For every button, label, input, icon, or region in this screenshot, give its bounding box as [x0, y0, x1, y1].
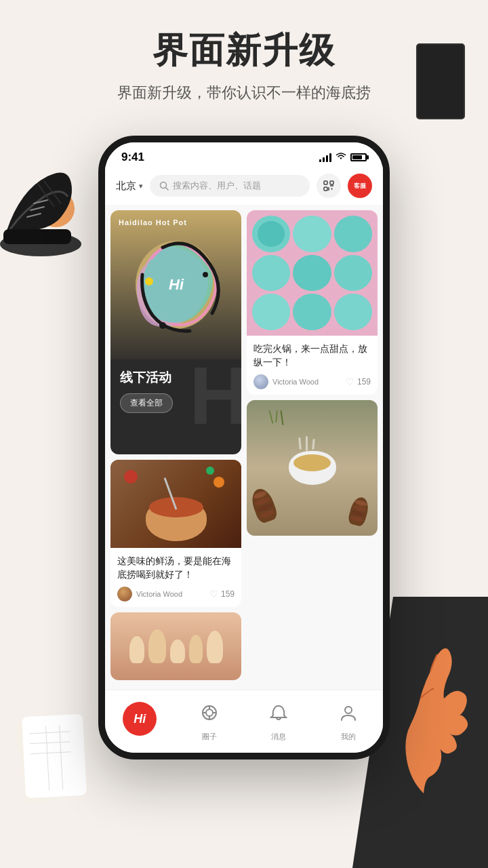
page-subtitle: 界面新升级，带你认识不一样的海底捞 [0, 83, 488, 103]
dessert-image [110, 612, 241, 680]
home-button-label: Hi [134, 712, 146, 726]
svg-rect-15 [324, 181, 327, 184]
svg-rect-5 [22, 714, 87, 799]
cupcake-card-likes: ♡ 159 [346, 376, 371, 387]
nav-item-messages[interactable]: 消息 [244, 696, 314, 742]
phone-frame: 9:41 [98, 136, 390, 760]
nav-item-profile[interactable]: 我的 [314, 696, 384, 742]
soup-author-name: Victoria Wood [136, 590, 182, 598]
svg-text:Hi: Hi [169, 276, 184, 293]
scan-icon [323, 180, 335, 192]
circle-nav-label: 圈子 [202, 732, 217, 742]
soup-author-avatar [117, 587, 132, 601]
svg-rect-17 [324, 187, 327, 191]
heart-icon: ♡ [209, 589, 218, 599]
event-card[interactable]: Haidilao Hot Pot [110, 210, 241, 454]
messages-nav-label: 消息 [271, 732, 286, 742]
bottom-nav: Hi 圈子 [105, 690, 383, 753]
location-label: 北京 [116, 180, 136, 193]
phone-mockup: 9:41 [98, 136, 390, 760]
deco-papers [14, 692, 95, 814]
svg-point-25 [203, 272, 208, 277]
soup-card-text: 这美味的鲜汤，要是能在海底捞喝到就好了！ Victoria Wood [110, 548, 241, 607]
cupcake-image [247, 210, 378, 336]
cupcake-heart-icon: ♡ [346, 376, 354, 387]
winter-soup-card[interactable] [247, 400, 378, 536]
deco-shoe [0, 122, 81, 271]
battery-icon [350, 153, 367, 161]
cupcake-author-avatar [253, 374, 268, 389]
page-header: 界面新升级 界面新升级，带你认识不一样的海底捞 [0, 27, 488, 103]
search-placeholder: 搜索内容、用户、话题 [173, 180, 261, 192]
status-icons [319, 152, 367, 163]
left-column: Haidilao Hot Pot [110, 210, 241, 684]
svg-point-33 [345, 707, 352, 713]
nav-item-circle[interactable]: 圈子 [175, 696, 245, 742]
svg-rect-1 [3, 229, 71, 244]
signal-icon [319, 153, 331, 162]
svg-line-14 [166, 188, 169, 191]
service-label: 客服 [354, 182, 366, 191]
winter-soup-image [247, 400, 378, 536]
cupcake-card-meta: Victoria Wood ♡ 159 [253, 374, 371, 389]
svg-rect-18 [331, 189, 333, 190]
profile-nav-icon[interactable] [331, 696, 365, 730]
cupcake-card[interactable]: 吃完火锅，来一点甜点，放纵一下！ Victoria Wood [247, 210, 378, 395]
soup-card-title: 这美味的鲜汤，要是能在海底捞喝到就好了！ [117, 555, 235, 581]
top-nav: 北京 ▾ 搜索内容、用户、话题 [105, 168, 383, 205]
page-title: 界面新升级 [0, 27, 488, 75]
circle-nav-icon[interactable] [192, 696, 226, 730]
svg-point-26 [159, 322, 166, 329]
right-column: 吃完火锅，来一点甜点，放纵一下！ Victoria Wood [247, 210, 378, 684]
soup-card[interactable]: 这美味的鲜汤，要是能在海底捞喝到就好了！ Victoria Wood [110, 460, 241, 607]
svg-point-28 [206, 709, 213, 716]
profile-nav-label: 我的 [341, 732, 356, 742]
phone-screen: 9:41 [105, 142, 383, 753]
soup-card-author: Victoria Wood [117, 587, 182, 601]
soup-card-meta: Victoria Wood ♡ 159 [117, 587, 235, 601]
cupcake-card-author: Victoria Wood [253, 374, 319, 389]
event-brand-text: Haidilao Hot Pot [119, 218, 187, 226]
circle-icon [201, 704, 218, 722]
bell-icon [270, 704, 287, 722]
service-button[interactable]: 客服 [348, 174, 372, 198]
content-area: Haidilao Hot Pot [105, 205, 383, 690]
profile-icon [340, 704, 357, 722]
swirl-graphic: Hi [125, 224, 227, 346]
status-time: 9:41 [121, 151, 144, 164]
search-icon [159, 181, 169, 191]
home-button[interactable]: Hi [123, 702, 157, 736]
soup-card-likes: ♡ 159 [209, 589, 235, 599]
event-card-bottom: 线下活动 查看全部 H [110, 359, 241, 422]
h-watermark: H [189, 355, 241, 436]
nav-item-home[interactable]: Hi [105, 702, 175, 736]
dessert-card[interactable] [110, 612, 241, 680]
event-view-all-button[interactable]: 查看全部 [120, 393, 173, 413]
status-bar: 9:41 [105, 142, 383, 168]
soup-likes-count: 159 [221, 589, 235, 599]
cupcake-card-text: 吃完火锅，来一点甜点，放纵一下！ Victoria Wood [247, 336, 378, 395]
chevron-down-icon: ▾ [139, 182, 143, 191]
search-box[interactable]: 搜索内容、用户、话题 [150, 175, 310, 197]
soup-image [110, 460, 241, 548]
svg-point-24 [145, 277, 153, 285]
scan-button[interactable] [317, 174, 341, 198]
cupcake-author-name: Victoria Wood [272, 378, 319, 386]
masonry-grid: Haidilao Hot Pot [105, 205, 383, 690]
svg-rect-16 [330, 181, 333, 184]
messages-nav-icon[interactable] [262, 696, 296, 730]
cupcake-likes-count: 159 [357, 377, 371, 387]
home-nav-icon[interactable]: Hi [123, 702, 157, 736]
location-button[interactable]: 北京 ▾ [116, 180, 143, 193]
wifi-icon [336, 152, 346, 163]
event-visual: Haidilao Hot Pot [110, 210, 241, 359]
cupcake-card-title: 吃完火锅，来一点甜点，放纵一下！ [253, 342, 371, 369]
